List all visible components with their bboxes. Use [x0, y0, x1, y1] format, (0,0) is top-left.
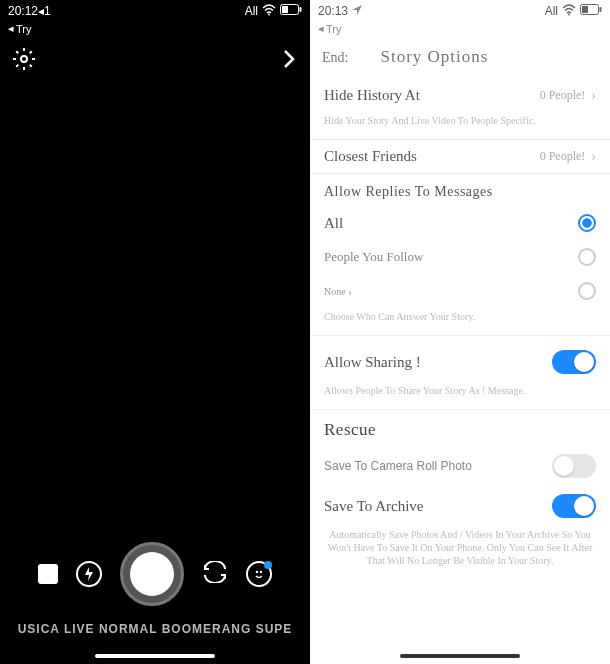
- svg-rect-3: [282, 6, 288, 13]
- end-button[interactable]: End:: [322, 50, 348, 66]
- save-roll-label: Save To Camera Roll Photo: [324, 459, 552, 473]
- svg-rect-10: [582, 6, 588, 13]
- switch-camera-icon[interactable]: [202, 561, 228, 587]
- forward-chevron-icon[interactable]: [280, 48, 298, 74]
- camera-screen: 20:12◂1 All ◂ Try: [0, 0, 310, 664]
- allow-sharing-row[interactable]: Allow Sharing !: [310, 336, 610, 382]
- toggle-off-icon[interactable]: [552, 454, 596, 478]
- chevron-right-icon: ›: [591, 149, 596, 165]
- shutter-inner: [130, 552, 174, 596]
- rescue-section-title: Rescue: [310, 410, 610, 446]
- back-label: Try: [16, 23, 31, 35]
- status-carrier: All: [245, 4, 258, 18]
- hide-history-value: 0 People!: [540, 88, 586, 103]
- wifi-icon: [562, 4, 576, 19]
- status-time: 20:12◂1: [8, 4, 51, 18]
- save-archive-label: Save To Archive: [324, 498, 552, 515]
- svg-point-7: [568, 13, 570, 15]
- location-icon: [352, 4, 362, 18]
- home-indicator-left[interactable]: [95, 654, 215, 658]
- back-chevron-icon: ◂: [318, 22, 324, 35]
- hide-history-desc: Hide Your Story And Live Video To People…: [310, 112, 610, 139]
- notification-dot-icon: [264, 561, 272, 569]
- toggle-on-icon[interactable]: [552, 494, 596, 518]
- status-carrier: All: [545, 4, 558, 18]
- radio-unselected-icon: [578, 282, 596, 300]
- face-filters-icon[interactable]: [246, 561, 272, 587]
- hide-history-row[interactable]: Hide History At 0 People! ›: [310, 79, 610, 112]
- story-options-screen: 20:13 All ◂ Try End: Story Options Hide …: [310, 0, 610, 664]
- allow-sharing-desc: Allows People To Share Your Story As ! M…: [310, 382, 610, 409]
- replies-section-title: Allow Replies To Messages: [310, 174, 610, 206]
- radio-unselected-icon: [578, 248, 596, 266]
- status-bar-right: 20:13 All: [310, 0, 610, 22]
- svg-point-4: [21, 56, 27, 62]
- svg-point-5: [257, 572, 258, 573]
- svg-rect-9: [600, 7, 602, 12]
- back-nav-right[interactable]: ◂ Try: [310, 22, 610, 39]
- battery-icon: [280, 4, 302, 18]
- allow-sharing-label: Allow Sharing !: [324, 354, 552, 371]
- save-archive-row[interactable]: Save To Archive: [310, 486, 610, 526]
- page-header: End: Story Options: [310, 39, 610, 79]
- closest-friends-label: Closest Friends: [324, 148, 540, 165]
- reply-option-none[interactable]: None ›: [310, 274, 610, 308]
- chevron-right-icon: ›: [591, 88, 596, 104]
- replies-desc: Choose Who Can Answer Your Story.: [310, 308, 610, 335]
- reply-option-follow[interactable]: People You Follow: [310, 240, 610, 274]
- status-time: 20:13: [318, 4, 348, 18]
- flash-icon[interactable]: [76, 561, 102, 587]
- wifi-icon: [262, 4, 276, 19]
- back-nav-left[interactable]: ◂ Try: [0, 22, 310, 39]
- status-bar-left: 20:12◂1 All: [0, 0, 310, 22]
- save-camera-roll-row[interactable]: Save To Camera Roll Photo: [310, 446, 610, 486]
- reply-none-label: None ›: [324, 286, 578, 297]
- svg-rect-2: [300, 7, 302, 12]
- radio-selected-icon: [578, 214, 596, 232]
- svg-point-0: [268, 13, 270, 15]
- shutter-button[interactable]: [120, 542, 184, 606]
- home-indicator-right[interactable]: [400, 654, 520, 658]
- camera-viewport[interactable]: [0, 80, 310, 576]
- gallery-thumb-icon[interactable]: [38, 564, 58, 584]
- settings-gear-icon[interactable]: [12, 47, 36, 75]
- camera-controls: [0, 542, 310, 606]
- back-chevron-icon: ◂: [8, 22, 14, 35]
- rescue-desc: Automatically Save Photos And / Videos I…: [310, 526, 610, 579]
- closest-friends-row[interactable]: Closest Friends 0 People! ›: [310, 140, 610, 173]
- reply-option-all[interactable]: All: [310, 206, 610, 240]
- closest-friends-value: 0 People!: [540, 149, 586, 164]
- page-title: Story Options: [368, 47, 598, 67]
- camera-modes[interactable]: USICA LIVE NORMAL BOOMERANG SUPE: [0, 622, 310, 636]
- battery-icon: [580, 4, 602, 18]
- hide-history-label: Hide History At: [324, 87, 540, 104]
- toggle-on-icon[interactable]: [552, 350, 596, 374]
- svg-point-6: [261, 572, 262, 573]
- back-label: Try: [326, 23, 341, 35]
- reply-all-label: All: [324, 215, 578, 232]
- reply-follow-label: People You Follow: [324, 249, 578, 265]
